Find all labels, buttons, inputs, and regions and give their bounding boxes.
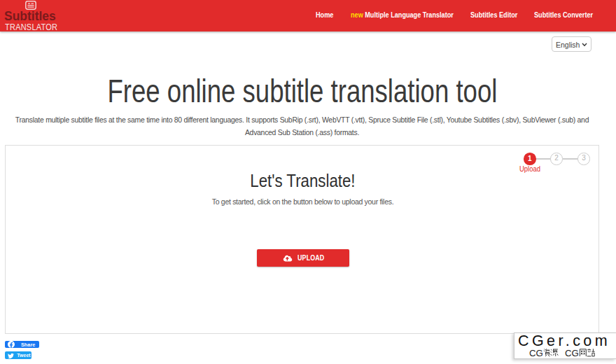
svg-text:CG: CG: [565, 349, 579, 357]
svg-text:CG: CG: [529, 349, 543, 357]
